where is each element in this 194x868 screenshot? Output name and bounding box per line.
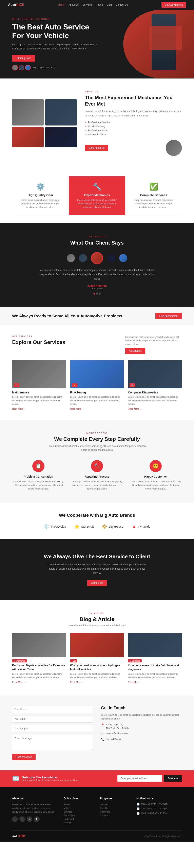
process-card-desc-1: Lorem ipsum dolor sit amet, consectetur …	[71, 480, 123, 491]
newsletter-subscribe-button[interactable]: Subscribe	[164, 775, 182, 782]
footer-link-4[interactable]: Undefined	[64, 817, 94, 821]
services-all-btn[interactable]: All Services	[125, 348, 145, 354]
footer-link-1[interactable]: Values	[64, 806, 94, 810]
process-grid: 📋 Problem Consultation Lorem ipsum dolor…	[12, 460, 182, 491]
contact-subject-input[interactable]	[12, 725, 93, 732]
newsletter-icon: ✉️	[12, 775, 19, 782]
testimonial-dot-2[interactable]	[99, 293, 101, 294]
feature-title-1: Expert Mechanics	[75, 193, 119, 197]
footer-program-2[interactable]: Undefined	[100, 810, 130, 813]
footer-link-3[interactable]: Automobile	[64, 813, 94, 817]
blog-description: Lorem ipsum dolor sit amet, consectetur …	[12, 624, 182, 627]
nav-about[interactable]: About Us	[68, 3, 78, 6]
brand-name-1: StarScraft	[81, 525, 94, 528]
blog-card-desc-0: Lorem ipsum dolor sit amet, consectetur …	[12, 672, 66, 679]
blog-readmore-0[interactable]: Read More →	[12, 681, 66, 683]
brands-grid: ❄️ TheDevelop ⭐ StarScraft 🔆 LightHouse …	[12, 524, 182, 529]
footer-quicklinks-title: Quick Links	[64, 797, 94, 800]
newsletter-input[interactable]	[117, 775, 162, 782]
testimonial-text: Lorem ipsum dolor sit amet, consectetur …	[36, 268, 158, 281]
footer-link-5[interactable]: Contact	[64, 821, 94, 825]
nav-services[interactable]: Services	[83, 3, 92, 6]
banner-btn[interactable]: Free Appointment	[156, 313, 182, 319]
service-desc-2: Lorem ipsum dolor sit amet, consectetur …	[128, 395, 182, 406]
footer-program-3[interactable]: Contact	[100, 813, 130, 817]
testimonial-avatars	[12, 252, 182, 264]
footer-logo: AutoRIZE	[12, 835, 25, 838]
footer-programs-col: Programs Services Benefits Undefined Con…	[100, 797, 130, 825]
contact-email-input[interactable]	[12, 715, 93, 722]
banner-section: We Always Ready to Serve All Your Automo…	[0, 307, 194, 325]
about-list-item: Professional Service	[85, 120, 182, 124]
contact-address-text: 4 Ragu Road #4, New York, Av 3, Liberty	[106, 723, 129, 730]
footer-programs-title: Programs	[100, 797, 130, 800]
avatar-3	[25, 65, 31, 70]
linkedin-icon[interactable]: li	[34, 816, 39, 822]
blog-card-0: Maintenance Exclusive: Toyota scrambles …	[12, 633, 66, 683]
services-left: OUR SERVICES Explore Our Services	[12, 335, 65, 347]
instagram-icon[interactable]: in	[27, 816, 32, 822]
feature-desc-0: Lorem ipsum dolor sit amet, consectetur …	[18, 198, 63, 209]
clock-icon-1: 🕐	[136, 807, 140, 810]
footer-copyright: © 2023 AutoRize. All Rights Reserved.	[144, 835, 182, 838]
blog-card-title-0: Exclusive: Toyota scrambles for EV rebat…	[12, 663, 66, 671]
nav-logo: AutoRIZE	[8, 3, 24, 7]
service-title-2: Computer Diagnostics	[128, 391, 182, 394]
contact-email: ✉️ support@autorize.com	[101, 732, 182, 735]
blog-card-desc-2: Lorem ipsum dolor sit amet, consectetur …	[128, 672, 182, 679]
nav-pages[interactable]: Pages	[96, 3, 103, 6]
process-icon-2: 😊	[149, 460, 162, 472]
process-section: WORK PROCESS We Complete Every Step Care…	[0, 420, 194, 503]
email-icon: ✉️	[101, 732, 105, 735]
cta-section: We Always Give The Best Service to Clien…	[0, 539, 194, 600]
footer-program-1[interactable]: Benefits	[100, 806, 130, 810]
newsletter-title: Subcribe Our Newsletter	[22, 776, 79, 779]
blog-card-2: Diagnostics Common causes of brake fluid…	[128, 633, 182, 683]
blog-readmore-2[interactable]: Read More →	[128, 681, 182, 683]
service-card-0: 🔧 Maintenance Lorem ipsum dolor sit amet…	[12, 360, 66, 410]
twitter-icon[interactable]: t	[20, 816, 25, 822]
service-title-0: Maintenance	[12, 391, 66, 394]
blog-card-title-1: What you need to know about hydrogen fue…	[70, 663, 124, 671]
nav-blog[interactable]: Blog	[107, 3, 112, 6]
footer-link-0[interactable]: Home	[64, 803, 94, 806]
nav-contact[interactable]: Contact Us	[116, 3, 128, 6]
footer-hours-0: 🕐 Mon... 09.00 MT - 06.00pm	[136, 803, 182, 806]
newsletter-section: ✉️ Subcribe Our Newsletter Lorem ipsum d…	[0, 770, 194, 787]
testimonial-dot-0[interactable]	[93, 293, 95, 294]
testimonial-dot-1[interactable]	[96, 293, 98, 294]
services-section: OUR SERVICES Explore Our Services Lorem …	[0, 325, 194, 420]
blog-tag-0: Maintenance	[12, 659, 27, 662]
about-more-button[interactable]: More About Us	[85, 145, 108, 151]
footer-hours-text-0: Mon... 09.00 MT - 06.00pm	[141, 803, 168, 806]
footer-about-text: Lorem ipsum dolor sit amet, consectetur …	[12, 803, 58, 814]
blog-label: OUR BLOG	[12, 612, 182, 615]
nav-home[interactable]: Home	[58, 3, 64, 6]
footer-hours-2: 🕐 Wed... 09.00 MT - 06.00pm	[136, 812, 182, 815]
footer-grid: About us Lorem ipsum dolor sit amet, con…	[12, 797, 182, 825]
cta-button[interactable]: Contact Us	[87, 580, 107, 586]
contact-email-text: support@autorize.com	[106, 732, 129, 735]
services-label: OUR SERVICES	[12, 335, 65, 338]
service-readmore-1[interactable]: Read More →	[70, 408, 124, 410]
contact-name-input[interactable]	[12, 706, 93, 713]
about-img-1	[12, 99, 44, 125]
newsletter-subtitle: Lorem ipsum dolor sit amet consectetur a…	[22, 779, 79, 781]
hero-cta-button[interactable]: Starting Now	[12, 55, 35, 62]
service-readmore-0[interactable]: Read More →	[12, 408, 66, 410]
contact-phone: 📞 +1(416) 000 00	[101, 737, 182, 741]
service-readmore-2[interactable]: Read More →	[128, 408, 182, 410]
clock-icon-2: 🕐	[136, 812, 140, 815]
brand-item-1: ⭐ StarScraft	[74, 524, 94, 529]
process-card-title-0: Problem Consultation	[12, 475, 65, 478]
contact-message-input[interactable]	[12, 735, 93, 751]
blog-readmore-1[interactable]: Read More →	[70, 681, 124, 683]
facebook-icon[interactable]: f	[12, 816, 18, 822]
process-card-0: 📋 Problem Consultation Lorem ipsum dolor…	[12, 460, 65, 491]
footer-program-0[interactable]: Services	[100, 803, 130, 806]
features-section: ⚙️ High Quality Gear Lorem ipsum dolor s…	[0, 168, 194, 223]
process-label: WORK PROCESS	[12, 432, 182, 434]
nav-appointment-button[interactable]: Get Appointment	[162, 2, 186, 8]
footer-link-2[interactable]: Services	[64, 810, 94, 813]
contact-send-button[interactable]: Send Message	[12, 754, 35, 760]
